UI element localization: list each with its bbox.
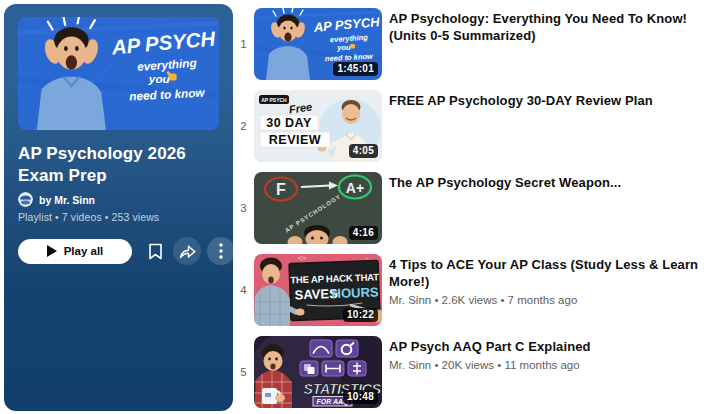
video-thumbnail-5[interactable]: STATISTICS FOR AAQ 10:48: [254, 336, 382, 408]
thumb2-big2-text: REVIEW: [269, 133, 321, 147]
playlist-byline[interactable]: by Mr. Sinn: [18, 192, 95, 207]
duration-badge: 4:16: [349, 226, 378, 240]
playlist-stats: Playlist • 7 videos • 253 views: [18, 211, 159, 223]
share-playlist-button[interactable]: [173, 237, 201, 265]
playlist-cover-thumbnail[interactable]: AP PSYCH everything you need to know: [18, 17, 219, 130]
thumb2-badge-text: AP PSYCH: [261, 97, 287, 103]
duration-badge: 10:22: [343, 308, 378, 322]
thumb1-line2-text: you: [336, 43, 351, 52]
video-title[interactable]: The AP Psychology Secret Weapon...: [389, 174, 621, 191]
thumb2-big1-text: 30 DAY: [266, 116, 312, 130]
playlist-cover-art: AP PSYCH everything you need to know: [18, 17, 219, 130]
video-title[interactable]: 4 Tips to ACE Your AP Class (Study Less …: [389, 256, 707, 290]
video-index: 5: [233, 336, 254, 408]
playlist-actions: Play all: [18, 237, 235, 265]
kebab-menu-icon: [219, 243, 223, 259]
video-index: 3: [233, 172, 254, 244]
video-title[interactable]: AP Psych AAQ Part C Explained: [389, 338, 591, 355]
bookmark-icon: [148, 243, 163, 260]
playlist-panel: AP PSYCH everything you need to know AP …: [4, 4, 233, 411]
duration-badge: 4:05: [349, 144, 378, 158]
play-all-button[interactable]: Play all: [18, 239, 132, 264]
video-row-3[interactable]: 3 F A+ AP PSYCHOLOGY: [233, 172, 707, 244]
video-title[interactable]: FREE AP Psychology 30-DAY Review Plan: [389, 92, 653, 109]
video-row-1[interactable]: 1 AP PS: [233, 8, 707, 80]
video-thumbnail-2[interactable]: AP PSYCH Free 30 DAY REVIEW 4:05: [254, 90, 382, 162]
video-meta: Mr. Sinn • 2.6K views • 7 months ago: [389, 294, 707, 306]
thumb3-grade-f-text: F: [276, 181, 286, 198]
video-title[interactable]: AP Psychology: Everything You Need To Kn…: [389, 10, 707, 44]
thumb4-hours-text: HOURS: [331, 284, 379, 301]
cover-line2-text: you: [148, 72, 170, 85]
video-thumbnail-1[interactable]: AP PSYCH everything you need to know 1:4…: [254, 8, 382, 80]
play-all-label: Play all: [64, 245, 104, 257]
duration-badge: 10:48: [343, 390, 378, 404]
video-thumbnail-4[interactable]: THE AP HACK THAT SAVES HOURS: [254, 254, 382, 326]
channel-avatar-icon: [18, 192, 33, 207]
playlist-title[interactable]: AP Psychology 2026 Exam Prep: [18, 143, 222, 187]
video-row-5[interactable]: 5: [233, 336, 707, 408]
thumbs-up-icon: [350, 44, 355, 49]
video-row-2[interactable]: 2 AP PSYCH Free 30 DAY: [233, 90, 707, 162]
video-meta: Mr. Sinn • 20K views • 11 months ago: [389, 359, 591, 371]
duration-badge: 1:45:01: [333, 62, 378, 76]
more-actions-button[interactable]: [207, 237, 235, 265]
video-row-4[interactable]: 4 THE AP HACK THAT SAVES HOURS: [233, 254, 707, 326]
play-icon: [47, 245, 57, 257]
video-index: 1: [233, 8, 254, 80]
thumb3-grade-a-text: A+: [346, 180, 364, 196]
playlist-video-list: 1 AP PS: [233, 8, 707, 414]
video-thumbnail-3[interactable]: F A+ AP PSYCHOLOGY 4:16: [254, 172, 382, 244]
video-index: 2: [233, 90, 254, 162]
channel-avatar[interactable]: [18, 192, 33, 207]
save-playlist-button[interactable]: [141, 237, 169, 265]
share-icon: [179, 244, 196, 259]
video-index: 4: [233, 254, 254, 326]
playlist-owner-label: by Mr. Sinn: [39, 194, 95, 206]
